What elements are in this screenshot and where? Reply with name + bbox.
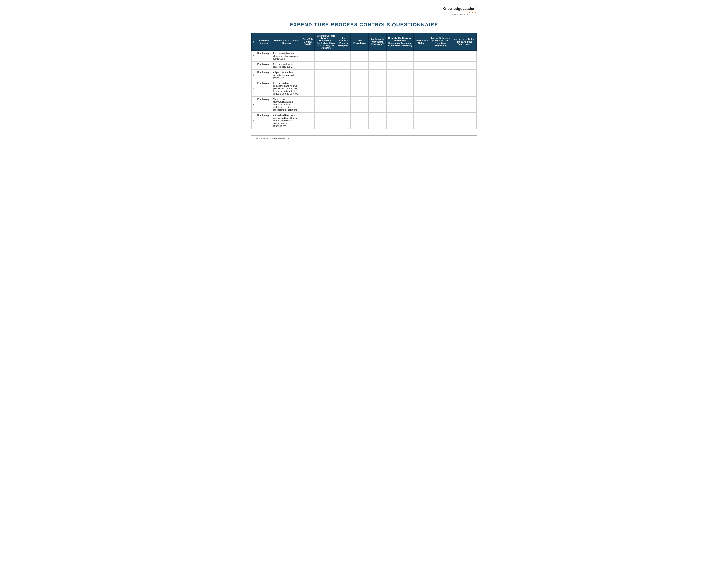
row-describe-basis [387, 69, 413, 80]
header-deficiencies-noted: Deficiencies Noted [413, 33, 429, 51]
header-management-action: Management Action Plan to Address Defici… [452, 33, 476, 51]
row-point-of-focus: All purchase orders issued are input and… [272, 69, 301, 80]
row-deficiencies-noted [413, 61, 429, 69]
row-does-this [301, 51, 315, 61]
row-describe-specific [315, 80, 337, 96]
table-row: 2PurchasingPurchase orders are entered a… [252, 61, 477, 69]
row-does-this [301, 61, 315, 69]
row-does-this [301, 69, 315, 80]
row-business-activity: Purchasing [256, 51, 272, 61]
row-does-this [301, 80, 315, 96]
row-deficiencies-noted [413, 69, 429, 80]
row-describe-basis [387, 113, 413, 129]
header-type-of-deficiency: Type of Deficiency (Efficiency, Fin. Rep… [429, 33, 452, 51]
row-test-procedures [351, 113, 369, 129]
logo-text: KnowledgeLeader [443, 7, 475, 11]
row-management-action [452, 113, 476, 129]
row-are-controls-operating [368, 61, 387, 69]
row-type-deficiency [429, 80, 452, 96]
row-num: 4 [252, 80, 256, 96]
row-num: 2 [252, 61, 256, 69]
row-describe-specific [315, 113, 337, 129]
table-row: 1PurchasingPurchase orders are placed on… [252, 51, 477, 61]
logo-trademark: ® [475, 7, 477, 9]
row-management-action [452, 80, 476, 96]
page-title: EXPENDITURE PROCESS CONTROLS QUESTIONNAI… [251, 22, 477, 28]
footer: 1 Source: www.knowledgeleader.com [251, 135, 477, 140]
row-test-procedures [351, 61, 369, 69]
row-test-procedures [351, 80, 369, 96]
row-are-controls-operating [368, 51, 387, 61]
row-point-of-focus: A threshold has been established for obt… [272, 113, 301, 129]
row-deficiencies-noted [413, 51, 429, 61]
logo-name: KnowledgeLeader® [251, 7, 477, 11]
row-business-activity: Purchasing [256, 80, 272, 96]
row-point-of-focus: There is an approved/preferred vendor li… [272, 96, 301, 113]
row-are-controls-designed [337, 69, 351, 80]
table-row: 3PurchasingAll purchase orders issued ar… [252, 69, 477, 80]
row-management-action [452, 96, 476, 113]
row-describe-basis [387, 51, 413, 61]
row-does-this [301, 113, 315, 129]
row-business-activity: Purchasing [256, 61, 272, 69]
row-num: 6 [252, 113, 256, 129]
logo-container: KnowledgeLeader® ● ● ● POWERED BY PROTIV… [251, 7, 477, 15]
row-are-controls-designed [337, 96, 351, 113]
row-test-procedures [351, 69, 369, 80]
row-are-controls-operating [368, 113, 387, 129]
row-does-this [301, 96, 315, 113]
table-row: 6PurchasingA threshold has been establis… [252, 113, 477, 129]
row-point-of-focus: Purchase orders are placed only for appr… [272, 51, 301, 61]
header-business-activity: Business Activity [256, 33, 272, 51]
row-are-controls-designed [337, 80, 351, 96]
row-are-controls-designed [337, 51, 351, 61]
row-are-controls-operating [368, 69, 387, 80]
header-describe-specific: Describe Specific Activities, Programs o… [315, 33, 337, 51]
row-type-deficiency [429, 96, 452, 113]
row-num: 5 [252, 96, 256, 113]
row-describe-specific [315, 69, 337, 80]
row-type-deficiency [429, 113, 452, 129]
row-deficiencies-noted [413, 80, 429, 96]
header-are-controls-designed: Are Controls Properly Designed? [337, 33, 351, 51]
row-describe-specific [315, 51, 337, 61]
row-describe-specific [315, 61, 337, 69]
row-are-controls-designed [337, 61, 351, 69]
row-management-action [452, 51, 476, 61]
row-num: 3 [252, 69, 256, 80]
logo-dots: ● ● ● [251, 11, 477, 13]
row-deficiencies-noted [413, 113, 429, 129]
table-row: 5PurchasingThere is an approved/preferre… [252, 96, 477, 113]
controls-table: # Business Activity Point of Focus/ Cont… [251, 33, 477, 129]
row-point-of-focus: Purchase orders are entered accurately. [272, 61, 301, 69]
row-business-activity: Purchasing [256, 96, 272, 113]
row-deficiencies-noted [413, 96, 429, 113]
header-are-controls-operating: Are Controls Operating Effectively? [368, 33, 387, 51]
row-describe-basis [387, 61, 413, 69]
row-test-procedures [351, 51, 369, 61]
row-are-controls-operating [368, 96, 387, 113]
row-point-of-focus: Purchasing has established and follows p… [272, 80, 301, 96]
row-test-procedures [351, 96, 369, 113]
footer-source: Source: www.knowledgeleader.com [255, 137, 290, 140]
table-row: 4PurchasingPurchasing has established an… [252, 80, 477, 96]
row-management-action [452, 69, 476, 80]
header-describe-basis: Describe the Basis for Effectiveness Con… [387, 33, 413, 51]
row-describe-basis [387, 80, 413, 96]
row-type-deficiency [429, 69, 452, 80]
header-test-procedures: Test Procedures [351, 33, 369, 51]
row-describe-basis [387, 96, 413, 113]
row-business-activity: Purchasing [256, 69, 272, 80]
header-does-this: Does This Control Exist? [301, 33, 315, 51]
row-describe-specific [315, 96, 337, 113]
row-num: 1 [252, 51, 256, 61]
row-management-action [452, 61, 476, 69]
logo-sub: POWERED BY PROTIVITI [251, 13, 477, 15]
header-num: # [252, 33, 256, 51]
footer-page-num: 1 [251, 137, 253, 140]
row-type-deficiency [429, 61, 452, 69]
row-are-controls-operating [368, 80, 387, 96]
row-type-deficiency [429, 51, 452, 61]
header-point-of-focus: Point of Focus/ Control Objective [272, 33, 301, 51]
row-are-controls-designed [337, 113, 351, 129]
